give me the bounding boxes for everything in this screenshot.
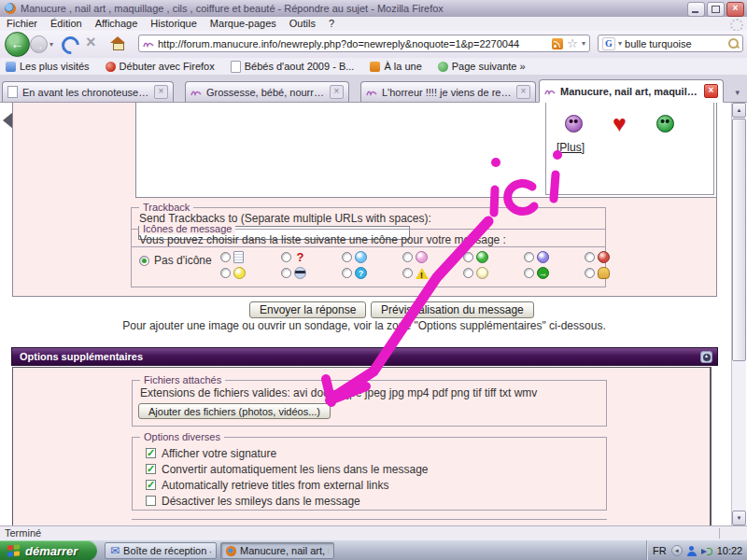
collapse-icon[interactable] <box>700 351 712 363</box>
rss-icon[interactable] <box>552 38 563 49</box>
back-button[interactable] <box>5 32 30 57</box>
reload-button[interactable] <box>58 33 83 58</box>
bookmark-getting-started[interactable]: Débuter avec Firefox <box>106 61 215 72</box>
bookmark-bebes[interactable]: Bébés d'aout 2009 - B... <box>231 61 355 73</box>
user-icon[interactable] <box>687 546 697 556</box>
message-icon-option-idea-lightbulb[interactable] <box>463 267 524 279</box>
tab-grossesse[interactable]: Grossesse, bébé, nourrison, enfants <box>185 81 349 102</box>
home-button[interactable] <box>110 36 125 49</box>
radio-icon[interactable] <box>342 252 352 262</box>
misc-option[interactable]: Afficher votre signature <box>146 445 428 461</box>
bookmark-star-icon[interactable] <box>567 38 578 49</box>
message-icon-option-laugh-blue[interactable] <box>342 251 402 263</box>
more-smileys-link[interactable]: [Plus] <box>557 141 585 154</box>
bookmark-most-visited[interactable]: Les plus visités <box>6 61 90 72</box>
tab-close-icon[interactable] <box>330 85 344 99</box>
radio-icon[interactable] <box>524 268 534 278</box>
radio-selected-icon[interactable] <box>139 256 149 266</box>
message-icon-option-smile-yellow[interactable] <box>220 267 281 279</box>
google-icon[interactable] <box>602 37 615 50</box>
radio-icon[interactable] <box>585 252 595 262</box>
message-icon-option-warning[interactable] <box>402 268 463 279</box>
menu-fichier[interactable]: Fichier <box>0 17 44 30</box>
search-input[interactable]: bulle turquoise <box>625 38 726 49</box>
scrollbar-thumb[interactable] <box>732 119 746 361</box>
search-box[interactable]: bulle turquoise <box>598 35 743 52</box>
misc-option[interactable]: Convertir automatiquement les liens dans… <box>146 461 428 477</box>
tab-close-icon[interactable] <box>516 85 530 99</box>
close-button[interactable] <box>726 2 744 17</box>
preview-message-button[interactable]: Prévisualisation du message <box>371 301 534 318</box>
additional-options-header[interactable]: Options supplémentaires <box>11 347 718 366</box>
scroll-up-icon[interactable] <box>732 103 746 118</box>
url-bar[interactable]: http://forum.manucure.info/newreply.php?… <box>138 35 590 52</box>
add-files-button[interactable]: Ajouter des fichiers (photos, vidéos...) <box>138 403 331 419</box>
tab-close-icon[interactable] <box>154 85 168 99</box>
radio-icon[interactable] <box>585 268 595 278</box>
scroll-down-icon[interactable] <box>732 511 746 525</box>
task-inbox[interactable]: Boîte de réception - ... <box>105 542 217 559</box>
tab-close-icon[interactable] <box>704 84 718 98</box>
message-icon-option-question-blue[interactable] <box>342 267 402 279</box>
url-text[interactable]: http://forum.manucure.info/newreply.php?… <box>158 38 548 49</box>
message-icon-option-question-red[interactable] <box>281 251 342 263</box>
list-all-tabs-icon[interactable] <box>735 88 740 97</box>
minimize-button[interactable] <box>687 2 705 17</box>
task-firefox[interactable]: Manucure, nail art, m... <box>220 542 334 559</box>
message-icon-option-cool-sunglasses[interactable] <box>281 267 342 279</box>
radio-icon[interactable] <box>524 252 534 262</box>
purple-critter-smiley-icon[interactable] <box>565 115 583 133</box>
checkbox-checked-icon[interactable] <box>146 448 156 458</box>
message-icon-option-document[interactable] <box>220 251 281 263</box>
page-scrollbar[interactable] <box>731 103 746 525</box>
language-indicator[interactable]: FR <box>653 545 667 556</box>
tab-manucure-active[interactable]: Manucure, nail art, maquillage, ci... <box>539 79 724 103</box>
green-critter-smiley-icon[interactable] <box>656 115 674 133</box>
menu-marque-pages[interactable]: Marque-pages <box>204 17 283 30</box>
checkbox-checked-icon[interactable] <box>146 464 156 474</box>
menu-edition[interactable]: Édition <box>44 17 89 30</box>
bookmark-a-la-une[interactable]: À la une <box>370 61 421 72</box>
message-icon-option-grin-green[interactable] <box>463 251 524 263</box>
checkbox-unchecked-icon[interactable] <box>146 496 156 506</box>
tab-chronoteuses[interactable]: En avant les chronoteuses !!!! - Page : … <box>2 81 174 102</box>
radio-icon[interactable] <box>463 252 473 262</box>
misc-option[interactable]: Désactiver les smileys dans le message <box>146 493 428 509</box>
send-reply-button[interactable]: Envoyer la réponse <box>249 301 366 318</box>
radio-icon[interactable] <box>281 268 291 278</box>
message-icon-option-mad-purple[interactable] <box>524 251 585 263</box>
search-engine-dropdown-icon[interactable] <box>618 39 622 48</box>
red-heart-smiley-icon[interactable] <box>611 115 628 133</box>
forward-button[interactable] <box>30 35 48 53</box>
restore-button[interactable] <box>707 2 725 17</box>
message-icon-option-arrow-green[interactable] <box>524 267 585 279</box>
volume-icon[interactable] <box>701 546 712 556</box>
clock[interactable]: 10:22 <box>717 545 743 556</box>
message-icon-option-angry-red[interactable] <box>585 251 645 263</box>
radio-icon[interactable] <box>463 268 473 278</box>
radio-icon[interactable] <box>281 252 291 262</box>
menu-aide[interactable]: ? <box>322 17 341 30</box>
search-icon[interactable] <box>728 38 739 49</box>
start-button[interactable]: démarrer <box>0 540 97 560</box>
menu-historique[interactable]: Historique <box>144 17 204 30</box>
tab-horreur[interactable]: L'horreur !!!! je viens de recevoir un t… <box>360 81 536 102</box>
radio-icon[interactable] <box>220 252 231 262</box>
no-icon-option[interactable]: Pas d'icône <box>139 254 212 267</box>
hide-icons-icon[interactable] <box>671 545 683 556</box>
radio-icon[interactable] <box>220 268 231 278</box>
radio-icon[interactable] <box>402 268 413 278</box>
window-titlebar[interactable]: Manucure , nail art , maquillage , cils … <box>0 0 747 18</box>
radio-icon[interactable] <box>342 268 352 278</box>
radio-icon[interactable] <box>402 252 413 262</box>
url-dropdown-icon[interactable] <box>582 39 585 48</box>
stop-button[interactable] <box>86 33 96 52</box>
message-icon-option-smile-pink[interactable] <box>402 251 463 263</box>
message-icon-option-thumbs-up[interactable] <box>585 267 645 279</box>
bookmark-page-suivante[interactable]: Page suivante » <box>438 61 526 72</box>
menu-outils[interactable]: Outils <box>283 17 322 30</box>
menu-affichage[interactable]: Affichage <box>89 17 145 30</box>
history-dropdown-icon[interactable] <box>49 40 53 49</box>
misc-option[interactable]: Automatically retrieve titles from exter… <box>146 477 428 493</box>
checkbox-checked-icon[interactable] <box>146 480 156 490</box>
